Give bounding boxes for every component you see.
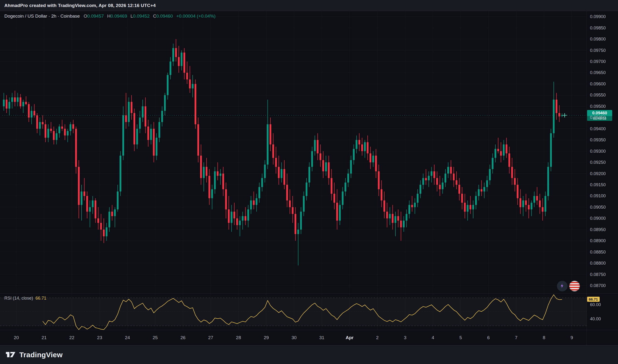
striped-ball-button[interactable] xyxy=(569,281,580,291)
time-tick-label: 24 xyxy=(120,335,135,341)
time-tick-label: 6 xyxy=(481,335,496,341)
price-tick-label: 0.09300 xyxy=(590,149,606,154)
price-tick-label: 0.09700 xyxy=(590,59,606,64)
low-label: L xyxy=(130,13,133,19)
price-tick-label: 0.09150 xyxy=(590,182,606,187)
price-tick-label: 0.09450 xyxy=(590,115,606,120)
high-value: 0.09469 xyxy=(110,13,127,19)
price-tick-label: 0.09500 xyxy=(590,104,606,109)
time-tick-label: 20 xyxy=(9,335,24,341)
open-label: O xyxy=(84,13,87,19)
price-tick-label: 0.08800 xyxy=(590,260,606,266)
time-tick-label: 7 xyxy=(509,335,523,341)
price-tick-label: 0.09800 xyxy=(590,36,606,42)
time-tick-label: 23 xyxy=(93,335,107,341)
close-value: 0.09460 xyxy=(156,13,173,19)
close-label: C xyxy=(153,13,156,19)
time-tick-label: 27 xyxy=(203,335,218,341)
price-tick-label: 0.09000 xyxy=(590,216,606,221)
symbol-title[interactable]: Dogecoin / US Dollar · 2h · Coinbase xyxy=(4,13,80,19)
time-tick-label: 25 xyxy=(148,335,162,341)
tradingview-home-link[interactable]: TradingView xyxy=(5,351,63,359)
tradingview-chart-page: AhmadPro created with TradingView.com, A… xyxy=(0,0,618,364)
price-tick-label: 0.08900 xyxy=(590,238,606,243)
time-tick-label: 22 xyxy=(65,335,79,341)
branding-bar: TradingView xyxy=(0,345,618,364)
price-tick-label: 0.09400 xyxy=(590,126,606,131)
time-tick-label: 28 xyxy=(231,335,246,341)
time-tick-label: 4 xyxy=(426,335,440,341)
price-tick-label: 0.09750 xyxy=(590,48,606,53)
low-value: 0.09452 xyxy=(133,13,150,19)
time-tick-label: 9 xyxy=(565,335,579,341)
change-value: +0.00004 (+0.04%) xyxy=(176,13,215,19)
open-value: 0.09457 xyxy=(87,13,104,19)
rsi-value: 66.71 xyxy=(36,296,46,301)
symbol-legend: Dogecoin / US Dollar · 2h · Coinbase O0.… xyxy=(4,13,215,19)
rsi-axis-badge: 66.71 xyxy=(587,297,600,302)
boost-button[interactable] xyxy=(557,281,567,291)
lightning-icon xyxy=(559,283,565,289)
rsi-label: RSI (14, close) xyxy=(4,296,33,301)
price-tick-label: 0.09250 xyxy=(590,160,606,165)
chart-area[interactable]: Dogecoin / US Dollar · 2h · Coinbase O0.… xyxy=(0,0,618,345)
price-tick-label: 0.09600 xyxy=(590,81,606,87)
ohlc-values: O0.09457 H0.09469 L0.09452 C0.09460 +0.0… xyxy=(84,13,215,19)
time-tick-label: 30 xyxy=(287,335,301,341)
price-tick-label: 0.08700 xyxy=(590,283,606,288)
price-tick-label: 0.09850 xyxy=(590,25,606,31)
time-tick-label: Apr xyxy=(342,335,357,341)
time-tick-label: 29 xyxy=(259,335,273,341)
rsi-tick-label: 60.00 xyxy=(590,302,601,307)
time-tick-label: 26 xyxy=(176,335,190,341)
rsi-indicator-legend[interactable]: RSI (14, close) 66.71 xyxy=(4,296,46,301)
price-tick-label: 0.08850 xyxy=(590,249,606,255)
time-tick-label: 8 xyxy=(537,335,551,341)
rsi-tick-label: 40.00 xyxy=(590,316,601,322)
time-tick-label: 31 xyxy=(315,335,329,341)
price-tick-label: 0.09550 xyxy=(590,92,606,98)
high-label: H xyxy=(107,13,110,19)
time-tick-label: 2 xyxy=(370,335,385,341)
price-tick-label: 0.09350 xyxy=(590,137,606,143)
price-tick-label: 0.09050 xyxy=(590,205,606,210)
price-tick-label: 0.09650 xyxy=(590,70,606,75)
price-tick-label: 0.09200 xyxy=(590,171,606,176)
tradingview-logo xyxy=(5,351,16,359)
tradingview-wordmark: TradingView xyxy=(19,351,63,359)
time-tick-label: 5 xyxy=(453,335,468,341)
price-tick-label: 0.08950 xyxy=(590,227,606,232)
time-tick-label: 3 xyxy=(398,335,412,341)
price-tick-label: 0.09900 xyxy=(590,14,606,19)
price-tick-label: 0.08750 xyxy=(590,272,606,277)
candlestick-chart-canvas[interactable] xyxy=(0,0,618,345)
price-tick-label: 0.09100 xyxy=(590,193,606,198)
time-tick-label: 21 xyxy=(37,335,52,341)
